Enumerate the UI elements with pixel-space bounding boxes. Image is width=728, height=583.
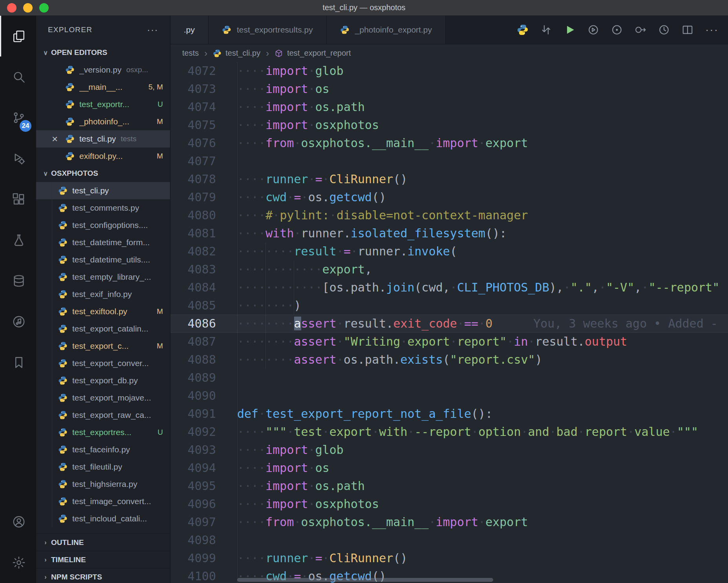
line-content: ············export, (237, 261, 372, 279)
breadcrumb-item[interactable]: tests (182, 49, 199, 58)
activity-item-settings[interactable] (0, 542, 36, 583)
activity-item-testing[interactable] (0, 220, 36, 261)
activity-item-search[interactable] (0, 56, 36, 97)
file-item[interactable]: test_exiftool.pyM (36, 303, 170, 320)
line-content: ····with·runner.isolated_filesystem(): (237, 224, 507, 242)
section-label: TIMELINE (51, 556, 86, 564)
zoom-window-button[interactable] (39, 3, 49, 13)
window-controls (7, 3, 49, 13)
activity-item-bookmarks[interactable] (0, 342, 36, 383)
code-token: ···· (237, 100, 265, 114)
python-logo-icon[interactable] (517, 24, 529, 36)
file-item[interactable]: test_exif_info.py (36, 286, 170, 303)
code-token: export (485, 136, 528, 150)
open-editor-item[interactable]: ×test_cli.pytests (36, 130, 170, 148)
scm-badge: 24 (20, 120, 31, 132)
more-actions-icon[interactable]: ··· (147, 24, 158, 36)
breadcrumb-label: tests (182, 49, 199, 58)
activity-item-database[interactable] (0, 261, 36, 301)
file-item[interactable]: test_datetime_utils.... (36, 251, 170, 268)
run-to-line-icon[interactable] (635, 24, 646, 36)
run-python-file-button[interactable] (564, 24, 576, 36)
osxphotos-folder-header[interactable]: ∨ OSXPHOTOS (36, 165, 170, 182)
file-item[interactable]: test_export_catalin... (36, 320, 170, 337)
file-item[interactable]: test_image_convert... (36, 493, 170, 510)
open-editor-item[interactable]: test_exportr...U (36, 96, 170, 113)
file-item[interactable]: test_empty_library_... (36, 268, 170, 286)
activity-item-source-control[interactable]: 24 (0, 97, 36, 138)
python-file-icon (58, 238, 68, 247)
code-token: · (627, 425, 634, 439)
record-icon[interactable] (611, 24, 623, 36)
sidebar-section[interactable]: ›NPM SCRIPTS (36, 568, 170, 583)
history-icon[interactable] (658, 24, 670, 36)
close-window-button[interactable] (7, 3, 16, 13)
file-item[interactable]: test_configoptions.... (36, 217, 170, 234)
tab-bar: .pytest_exportresults.py_photoinfo_expor… (170, 16, 728, 44)
file-item[interactable]: test_incloud_catali... (36, 510, 170, 527)
code-token: ···· (237, 82, 265, 96)
open-editors-header[interactable]: ∨ OPEN EDITORS (36, 44, 170, 61)
close-icon[interactable]: × (52, 133, 65, 145)
open-editor-item[interactable]: _version.pyosxp... (36, 61, 170, 78)
file-item[interactable]: test_fileutil.py (36, 458, 170, 476)
open-editor-item[interactable]: _photoinfo_...M (36, 113, 170, 130)
file-item[interactable]: test_highsierra.py (36, 476, 170, 493)
split-editor-icon[interactable] (682, 24, 693, 36)
breadcrumb-item[interactable]: test_cli.py (213, 49, 260, 58)
code-token: export (322, 262, 365, 276)
file-item[interactable]: test_cli.py (36, 182, 170, 199)
editor-tab[interactable]: test_exportresults.py (209, 16, 327, 44)
line-number: 4079 (170, 188, 216, 206)
activity-item-music[interactable] (0, 301, 36, 342)
sidebar-section[interactable]: ›OUTLINE (36, 534, 170, 551)
code-line: 4083············export, (170, 261, 728, 279)
sidebar-section[interactable]: ›TIMELINE (36, 551, 170, 568)
compare-changes-icon[interactable] (540, 24, 552, 36)
minimize-window-button[interactable] (23, 3, 33, 13)
code-token: ( (450, 244, 457, 258)
activity-item-run-and-debug[interactable] (0, 138, 36, 179)
line-content: ····import·os.path (237, 98, 365, 116)
more-actions-icon[interactable]: ··· (705, 24, 719, 36)
python-file-icon (340, 25, 349, 35)
code-line: 4080····#·pylint:·disable=not-context-ma… (170, 206, 728, 224)
editor-tab[interactable]: .py (170, 16, 209, 44)
tab-label: _photoinfo_export.py (355, 25, 432, 35)
git-status-badge: M (153, 152, 163, 160)
python-file-icon (213, 49, 221, 58)
breadcrumb-item[interactable]: test_export_report (274, 49, 351, 58)
code-token: import (265, 82, 308, 96)
file-item[interactable]: test_datetime_form... (36, 234, 170, 251)
activity-item-accounts[interactable] (0, 501, 36, 542)
file-item[interactable]: test_export_mojave... (36, 389, 170, 406)
sidebar-header: EXPLORER ··· (36, 16, 170, 44)
code-editor[interactable]: 4072····import·glob4073····import·os4074… (170, 62, 728, 583)
file-item[interactable]: test_export_db.py (36, 372, 170, 389)
python-file-icon (222, 25, 231, 35)
code-token: · (301, 190, 308, 204)
git-status-badge: 5, M (145, 83, 163, 91)
file-item[interactable]: test_faceinfo.py (36, 441, 170, 458)
git-status-badge: U (154, 428, 163, 437)
code-line: 4082········result·=·runner.invoke( (170, 242, 728, 261)
file-item[interactable]: test_exportres...U (36, 424, 170, 441)
line-content: ····import·osxphotos (237, 495, 379, 513)
editor-tab[interactable]: _photoinfo_export.py (327, 16, 446, 44)
file-item[interactable]: test_export_raw_ca... (36, 406, 170, 424)
horizontal-scrollbar[interactable] (237, 578, 493, 582)
file-name: test_empty_library_... (72, 272, 151, 282)
file-item[interactable]: test_export_c...M (36, 337, 170, 355)
file-item[interactable]: test_export_conver... (36, 355, 170, 372)
open-editor-item[interactable]: __main__...5, M (36, 78, 170, 96)
file-item[interactable]: test_comments.py (36, 199, 170, 217)
titlebar: test_cli.py — osxphotos (0, 0, 728, 16)
open-editor-item[interactable]: exiftool.py...M (36, 148, 170, 165)
run-below-icon[interactable] (587, 24, 599, 36)
activity-item-extensions[interactable] (0, 179, 36, 220)
activity-item-explorer[interactable] (0, 16, 36, 56)
code-line: 4081····with·runner.isolated_filesystem(… (170, 224, 728, 242)
code-lines: 4072····import·glob4073····import·os4074… (170, 62, 728, 583)
spacer (36, 527, 170, 534)
python-file-icon (58, 462, 68, 472)
